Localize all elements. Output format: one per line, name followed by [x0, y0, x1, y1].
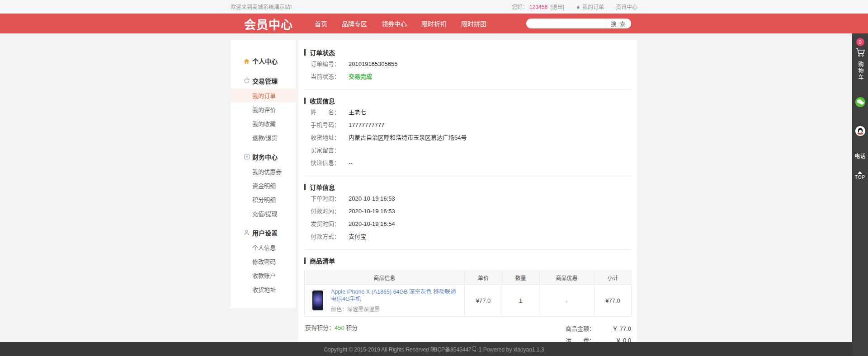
- sidebar-group-personal: 个人中心: [231, 53, 296, 69]
- nav-home[interactable]: 首页: [315, 19, 327, 28]
- back-to-top-button[interactable]: TOP: [855, 171, 865, 180]
- sidebar-item-change-password[interactable]: 修改密码: [231, 254, 296, 268]
- divider: [304, 249, 631, 250]
- field-label: 手机号码：: [311, 119, 349, 131]
- nav-coupon-center[interactable]: 领券中心: [382, 19, 407, 28]
- product-spec: 颜色：深邃黑深邃黑: [331, 305, 460, 313]
- section-title-shipping-info: 收货信息: [304, 96, 631, 105]
- goods-amount-row: 商品金额： ￥ 77.0: [566, 323, 631, 335]
- product-title-link[interactable]: Apple iPhone X (A1865) 64GB 深空灰色 移动联通电信4…: [331, 288, 460, 303]
- page-footer: Copyright © 2015-2019 All Rights Reserve…: [0, 342, 868, 356]
- sidebar-item-refunds[interactable]: 退款/退货: [231, 131, 296, 145]
- section-bar: [304, 258, 306, 264]
- group-title-label: 个人中心: [252, 56, 278, 66]
- nav-group-buy[interactable]: 限时拼团: [461, 19, 486, 28]
- sidebar-item-user-settings[interactable]: 用户设置: [231, 225, 296, 240]
- sidebar-item-profile[interactable]: 个人信息: [231, 240, 296, 254]
- cart-button[interactable]: 购物车: [855, 48, 865, 80]
- pay-method-row: 付款方式： 支付宝: [304, 231, 631, 242]
- goods-amount-value: ￥ 77.0: [603, 323, 631, 335]
- nav-brand-zone[interactable]: 品牌专区: [342, 19, 367, 28]
- section-bar: [304, 49, 306, 56]
- sidebar-group-trade: 交易管理 我的订单 我的评价 我的收藏 退款/退货: [231, 73, 296, 145]
- arrow-up-icon: [858, 171, 862, 174]
- pay-method-value: 支付宝: [349, 231, 366, 242]
- floating-rail: 0 购物车 电话 TOP: [852, 33, 868, 356]
- my-orders-label: 我的订单: [582, 4, 604, 10]
- qq-icon: [855, 126, 866, 136]
- sidebar-item-my-coupons[interactable]: 我的优惠券: [231, 164, 296, 178]
- wechat-icon: [855, 97, 866, 108]
- my-orders-link[interactable]: ★我的订单: [576, 3, 604, 10]
- product-info-cell: Apple iPhone X (A1865) 64GB 深空灰色 移动联通电信4…: [305, 285, 464, 316]
- receiver-name-value: 王老七: [349, 107, 366, 118]
- product-image[interactable]: [309, 290, 326, 311]
- goods-table-header-row: 商品信息 单价 数量 商品优惠 小计: [305, 271, 632, 285]
- site-logo[interactable]: 会员中心: [244, 15, 293, 32]
- nav-flash-discount[interactable]: 限时折扣: [421, 19, 447, 28]
- order-detail-panel: 订单状态 订单编号： 201019165305655 当前状态： 交易完成 收货…: [298, 40, 637, 356]
- field-label: 付款时间：: [311, 206, 349, 217]
- wechat-button[interactable]: [855, 97, 866, 109]
- cart-icon: [855, 48, 865, 59]
- order-status-row: 当前状态： 交易完成: [304, 71, 631, 82]
- goods-table: 商品信息 单价 数量 商品优惠 小计 Apple i: [304, 271, 632, 317]
- top-label: TOP: [855, 175, 865, 180]
- sidebar-group-settings: 用户设置 个人信息 修改密码 收款账户 收货地址: [231, 225, 296, 296]
- sidebar-item-personal-center[interactable]: 个人中心: [231, 53, 296, 69]
- section-title-label: 收货信息: [310, 96, 335, 105]
- points-label: 获得积分：: [305, 324, 335, 331]
- points-value: 450: [335, 324, 344, 331]
- field-label: 订单编号：: [311, 58, 349, 70]
- main-header: 会员中心 首页 品牌专区 领券中心 限时折扣 限时拼团 搜 索: [0, 14, 868, 33]
- logout-link[interactable]: [退出]: [550, 4, 564, 10]
- copyright-text: Copyright © 2015-2019 All Rights Reserve…: [324, 345, 544, 353]
- group-title-label: 财务中心: [252, 152, 278, 161]
- divider: [304, 176, 631, 176]
- col-header-discount: 商品优惠: [539, 271, 594, 285]
- sidebar-item-payment-account[interactable]: 收款账户: [231, 268, 296, 282]
- sidebar-item-trade-management[interactable]: 交易管理: [231, 73, 296, 89]
- field-label: 买家留言：: [311, 145, 349, 156]
- sidebar-item-shipping-address[interactable]: 收货地址: [231, 282, 296, 296]
- username-link[interactable]: 123456: [529, 4, 547, 10]
- main-nav: 首页 品牌专区 领券中心 限时折扣 限时拼团: [315, 19, 486, 28]
- top-utility-bar: 欢迎来到商城系统演示站! 您好：123456 [退出] ★我的订单 资讯中心: [0, 0, 868, 14]
- section-bar: [304, 98, 306, 104]
- col-header-quantity: 数量: [502, 271, 539, 285]
- user-icon: [243, 230, 250, 236]
- sidebar-item-recharge-withdraw[interactable]: 充值/提现: [231, 206, 296, 220]
- sidebar-item-finance-center[interactable]: 财务中心: [231, 149, 296, 164]
- search-button[interactable]: 搜 索: [605, 19, 631, 28]
- goods-table-row: Apple iPhone X (A1865) 64GB 深空灰色 移动联通电信4…: [305, 285, 632, 317]
- col-header-subtotal: 小计: [594, 271, 632, 285]
- discount-cell: -: [539, 285, 594, 317]
- field-label: 发货时间：: [311, 218, 349, 230]
- sidebar-item-points-detail[interactable]: 积分明细: [231, 192, 296, 206]
- buyer-message-row: 买家留言：: [304, 145, 631, 156]
- qq-button[interactable]: [855, 126, 866, 138]
- field-label: 快递信息：: [311, 157, 349, 169]
- group-title-label: 交易管理: [252, 76, 278, 85]
- sync-icon: [243, 78, 250, 84]
- account-sidebar: 个人中心 交易管理 我的订单 我的评价 我的收藏 退款/退货 财务中心 我的优: [231, 40, 296, 308]
- section-title-order-status: 订单状态: [304, 48, 631, 57]
- sidebar-item-my-reviews[interactable]: 我的评价: [231, 103, 296, 117]
- order-number-value: 201019165305655: [349, 58, 397, 70]
- phone-button[interactable]: 电话: [854, 152, 865, 159]
- address-row: 收货地址： 内蒙古自治区呼和浩特市玉泉区幕达广场54号: [304, 132, 631, 143]
- ship-time-value: 2020-10-19 16:54: [349, 218, 395, 230]
- placed-time-row: 下单时间： 2020-10-19 16:53: [304, 193, 631, 204]
- section-title-order-info: 订单信息: [304, 183, 631, 192]
- sidebar-item-my-favorites[interactable]: 我的收藏: [231, 117, 296, 131]
- search-input[interactable]: [526, 19, 605, 28]
- field-label: 下单时间：: [311, 193, 349, 204]
- sidebar-group-finance: 财务中心 我的优惠券 资金明细 积分明细 充值/提现: [231, 149, 296, 220]
- subtotal-cell: ¥77.0: [594, 285, 632, 317]
- sidebar-item-my-orders[interactable]: 我的订单: [231, 89, 296, 103]
- news-center-link[interactable]: 资讯中心: [616, 3, 637, 10]
- phone-value: 17777777777: [349, 119, 385, 131]
- total-label: 商品金额：: [566, 323, 595, 335]
- sidebar-item-funds-detail[interactable]: 资金明细: [231, 178, 296, 192]
- order-status-value: 交易完成: [349, 71, 372, 82]
